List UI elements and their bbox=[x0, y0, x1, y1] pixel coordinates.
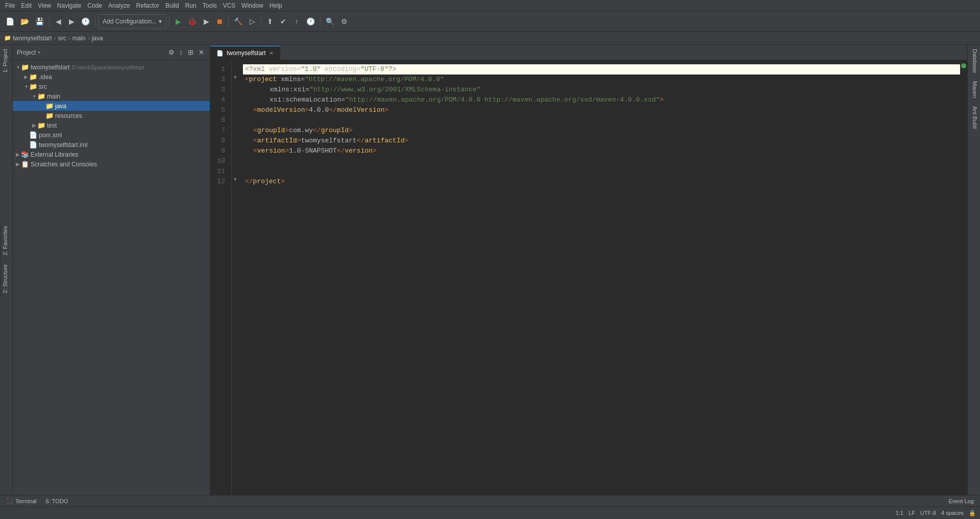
menu-item-view[interactable]: View bbox=[35, 1, 54, 10]
menu-item-vcs[interactable]: VCS bbox=[220, 1, 239, 10]
menu-item-run[interactable]: Run bbox=[182, 1, 200, 10]
editor-tabs: 📄 twomyselfstart ✕ bbox=[210, 45, 967, 60]
ver-tag: version bbox=[257, 146, 285, 156]
project-dropdown-icon[interactable]: ▾ bbox=[38, 50, 40, 55]
fold-icon-12[interactable]: ▼ bbox=[233, 177, 238, 182]
build-btn[interactable]: 🔨 bbox=[231, 14, 245, 29]
left-edge-strips: 2: Favorites 2: Structure bbox=[0, 221, 10, 297]
menu-item-edit[interactable]: Edit bbox=[18, 1, 35, 10]
add-config-label: Add Configuration... bbox=[103, 18, 157, 25]
ai-open: < bbox=[253, 136, 257, 146]
forward-btn[interactable]: ▶ bbox=[65, 14, 78, 29]
open-btn[interactable]: 📂 bbox=[18, 14, 32, 29]
vcs-commit-btn[interactable]: ✔ bbox=[277, 14, 289, 29]
editor-tab-twomyselfstart[interactable]: 📄 twomyselfstart ✕ bbox=[210, 46, 280, 60]
vcs-update-btn[interactable]: ⬆ bbox=[264, 14, 276, 29]
status-encoding[interactable]: UTF-8 bbox=[920, 510, 936, 516]
status-position[interactable]: 1:1 bbox=[896, 510, 903, 516]
project-strip-label[interactable]: 1: Project bbox=[0, 45, 12, 77]
java-folder[interactable]: 📁 java bbox=[13, 101, 210, 111]
vcs-history-btn[interactable]: 🕐 bbox=[304, 14, 317, 29]
ln-12: 12 bbox=[210, 177, 228, 187]
menu-item-code[interactable]: Code bbox=[84, 1, 105, 10]
debug-btn[interactable]: 🐞 bbox=[185, 14, 199, 29]
add-configuration-button[interactable]: Add Configuration... ▾ bbox=[98, 14, 166, 29]
iml-file[interactable]: 📄 twomyselfstart.iml bbox=[13, 140, 210, 150]
structure-strip-label[interactable]: 2: Structure bbox=[0, 260, 10, 298]
status-lf[interactable]: LF bbox=[909, 510, 915, 516]
gi-tag: groupId bbox=[257, 126, 285, 136]
ln-10: 10 bbox=[210, 156, 228, 166]
ai-end-open: </ bbox=[357, 136, 365, 146]
breadcrumb: 📁 twomyselfstart › src › main › java bbox=[0, 32, 980, 45]
menu-item-help[interactable]: Help bbox=[266, 1, 285, 10]
src-folder-icon: 📁 bbox=[29, 83, 37, 90]
xml-decl-version-val: "1.0" bbox=[301, 64, 321, 75]
main-folder[interactable]: ▾ 📁 main bbox=[13, 91, 210, 101]
separator-4 bbox=[228, 16, 229, 27]
separator-1 bbox=[49, 16, 50, 27]
gi-close: > bbox=[285, 126, 289, 136]
menu-item-tools[interactable]: Tools bbox=[200, 1, 220, 10]
mv-tag: modelVersion bbox=[257, 105, 305, 115]
event-log-tab[interactable]: Event Log bbox=[944, 497, 978, 505]
proj-tag: project bbox=[249, 75, 277, 85]
stop-btn[interactable]: ⏹ bbox=[213, 14, 226, 29]
breadcrumb-src-label: src bbox=[58, 35, 66, 42]
panel-sort-icon[interactable]: ↕ bbox=[178, 47, 185, 57]
run-btn[interactable]: ▶ bbox=[172, 14, 184, 29]
breadcrumb-java[interactable]: java bbox=[92, 35, 103, 42]
run-with-coverage-btn[interactable]: ▶ bbox=[200, 14, 212, 29]
status-spaces[interactable]: 4 spaces bbox=[941, 510, 964, 516]
src-folder[interactable]: ▾ 📁 src bbox=[13, 82, 210, 91]
todo-tab[interactable]: 6: TODO bbox=[42, 497, 72, 505]
breadcrumb-project[interactable]: 📁 twomyselfstart bbox=[4, 35, 52, 42]
terminal-tab[interactable]: ⬛ Terminal bbox=[2, 497, 41, 505]
menu-item-analyze[interactable]: Analyze bbox=[105, 1, 133, 10]
test-folder[interactable]: ▶ 📁 test bbox=[13, 120, 210, 130]
back-btn[interactable]: ◀ bbox=[52, 14, 64, 29]
menu-item-window[interactable]: Window bbox=[238, 1, 266, 10]
scratches-consoles[interactable]: ▶ 📋 Scratches and Consoles bbox=[13, 159, 210, 169]
run-project-btn[interactable]: ▷ bbox=[246, 14, 258, 29]
breadcrumb-src[interactable]: src bbox=[58, 35, 66, 42]
menu-item-navigate[interactable]: Navigate bbox=[54, 1, 84, 10]
maven-label[interactable]: Maven bbox=[968, 77, 980, 102]
separator-2 bbox=[95, 16, 95, 27]
panel-gear-icon[interactable]: ⊞ bbox=[186, 47, 195, 57]
ai-close: > bbox=[297, 136, 301, 146]
favorites-strip-label[interactable]: 2: Favorites bbox=[0, 221, 10, 259]
settings-btn[interactable]: ⚙ bbox=[338, 14, 350, 29]
breadcrumb-main[interactable]: main bbox=[72, 35, 86, 42]
database-label[interactable]: Database bbox=[968, 45, 980, 77]
project-panel-title: Project ▾ bbox=[17, 49, 40, 56]
xml-decl-close: ?> bbox=[388, 64, 397, 75]
idea-folder[interactable]: ▶ 📁 .idea bbox=[13, 72, 210, 82]
new-file-btn[interactable]: 📄 bbox=[3, 14, 17, 29]
fold-icon-2[interactable]: ▼ bbox=[233, 75, 238, 80]
menu-item-refactor[interactable]: Refactor bbox=[133, 1, 162, 10]
proj-xsi-attr: xmlns:xsi= bbox=[270, 85, 309, 95]
ver-end-tag: version bbox=[345, 146, 373, 156]
resources-folder[interactable]: 📁 resources bbox=[13, 111, 210, 120]
tree-root[interactable]: ▾ 📁 twomyselfstart D:\workSpace\twomysel… bbox=[13, 62, 210, 72]
ext-lib-arrow: ▶ bbox=[15, 152, 21, 157]
save-btn[interactable]: 💾 bbox=[33, 14, 46, 29]
mv-content: 4.0.0 bbox=[309, 105, 329, 115]
code-content[interactable]: <?xml version="1.0" encoding="UTF-8"?> <… bbox=[239, 60, 960, 495]
panel-settings-icon[interactable]: ⚙ bbox=[167, 47, 176, 57]
tab-close-btn[interactable]: ✕ bbox=[269, 50, 274, 57]
pom-file[interactable]: 📄 pom.xml bbox=[13, 130, 210, 140]
menu-item-file[interactable]: File bbox=[2, 1, 18, 10]
find-btn[interactable]: 🔍 bbox=[323, 14, 337, 29]
vcs-push-btn[interactable]: ↑ bbox=[290, 14, 303, 29]
status-lock[interactable]: 🔒 bbox=[969, 510, 976, 516]
ext-lib-icon: 📚 bbox=[21, 151, 29, 158]
ant-build-label[interactable]: Ant Build bbox=[968, 102, 980, 133]
external-libraries[interactable]: ▶ 📚 External Libraries bbox=[13, 150, 210, 159]
menu-item-build[interactable]: Build bbox=[162, 1, 182, 10]
panel-close-icon[interactable]: ✕ bbox=[197, 47, 206, 57]
mv-end-tag: modelVersion bbox=[337, 105, 385, 115]
recent-btn[interactable]: 🕐 bbox=[79, 14, 92, 29]
iml-file-icon: 📄 bbox=[29, 141, 37, 149]
